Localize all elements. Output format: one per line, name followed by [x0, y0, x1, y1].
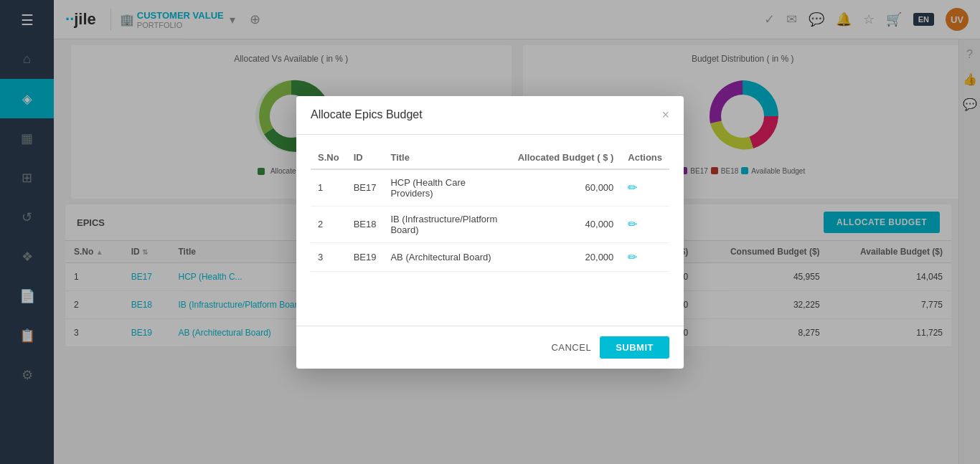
modal-cell-sno: 1	[311, 169, 347, 207]
modal-cell-budget: 40,000	[511, 206, 621, 242]
modal-cell-budget: 20,000	[511, 242, 621, 271]
modal-cell-id: BE18	[347, 206, 384, 242]
modal-cell-actions: ✏	[621, 169, 669, 207]
modal-col-actions: Actions	[621, 146, 669, 169]
modal-table-row: 2 BE18 IB (Infrastructure/Platform Board…	[311, 206, 669, 242]
modal-cell-id: BE17	[347, 169, 384, 207]
modal-table-row: 3 BE19 AB (Architectural Board) 20,000 ✏	[311, 242, 669, 271]
submit-button[interactable]: SUBMIT	[600, 336, 669, 359]
edit-icon[interactable]: ✏	[628, 218, 637, 230]
modal-cell-actions: ✏	[621, 206, 669, 242]
modal-title: Allocate Epics Budget	[311, 108, 423, 121]
modal-table: S.No ID Title Allocated Budget ( $ ) Act…	[311, 146, 669, 272]
modal-col-budget: Allocated Budget ( $ )	[511, 146, 621, 169]
modal-cell-title: HCP (Health Care Providers)	[383, 169, 510, 207]
edit-icon[interactable]: ✏	[628, 251, 637, 263]
modal-body: S.No ID Title Allocated Budget ( $ ) Act…	[296, 135, 684, 326]
modal-cell-id: BE19	[347, 242, 384, 271]
modal-close-button[interactable]: ×	[661, 108, 669, 123]
modal-overlay: Allocate Epics Budget × S.No ID Title Al…	[0, 0, 980, 464]
modal-col-title: Title	[383, 146, 510, 169]
modal-cell-sno: 2	[311, 206, 347, 242]
modal-table-row: 1 BE17 HCP (Health Care Providers) 60,00…	[311, 169, 669, 207]
modal-cell-actions: ✏	[621, 242, 669, 271]
modal-header: Allocate Epics Budget ×	[296, 96, 684, 135]
edit-icon[interactable]: ✏	[628, 181, 637, 194]
cancel-button[interactable]: CANCEL	[551, 342, 591, 353]
modal-cell-budget: 60,000	[511, 169, 621, 207]
modal-cell-title: AB (Architectural Board)	[383, 242, 510, 271]
modal-col-sno: S.No	[311, 146, 347, 169]
modal-col-id: ID	[347, 146, 384, 169]
modal-cell-title: IB (Infrastructure/Platform Board)	[383, 206, 510, 242]
modal-allocate-epics-budget: Allocate Epics Budget × S.No ID Title Al…	[296, 96, 684, 369]
modal-cell-sno: 3	[311, 242, 347, 271]
modal-footer: CANCEL SUBMIT	[296, 326, 684, 369]
